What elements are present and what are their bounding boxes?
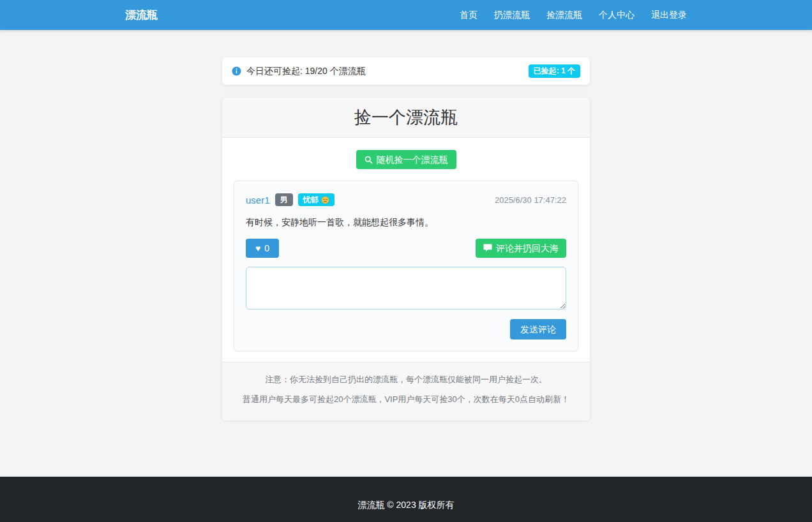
- page-title: 捡一个漂流瓶: [222, 98, 590, 138]
- quota-info: 今日还可捡起: 19/20 个漂流瓶: [232, 66, 366, 77]
- pick-bottle-card: 捡一个漂流瓶 随机捡一个漂流瓶 user1: [222, 98, 590, 421]
- comment-throw-back-label: 评论并扔回大海: [496, 244, 559, 253]
- nav-item-throw-bottle[interactable]: 扔漂流瓶: [494, 10, 530, 20]
- page-main: 今日还可捡起: 19/20 个漂流瓶 已捡起: 1 个 捡一个漂流瓶 随机捡一个…: [222, 57, 590, 421]
- rules-note-section: 注意：你无法捡到自己扔出的漂流瓶，每个漂流瓶仅能被同一用户捡起一次。 普通用户每…: [222, 362, 590, 421]
- send-comment-button[interactable]: 发送评论: [510, 319, 566, 339]
- heart-icon: ♥: [255, 244, 260, 253]
- site-footer: 漂流瓶 © 2023 版权所有: [0, 477, 812, 522]
- info-circle-icon: [232, 66, 241, 76]
- bottle-result-box: user1 男 忧郁: [234, 181, 578, 352]
- like-count: 0: [264, 244, 269, 253]
- bottle-author-link[interactable]: user1: [246, 195, 270, 205]
- rule-note-1: 注意：你无法捡到自己扔出的漂流瓶，每个漂流瓶仅能被同一用户捡起一次。: [235, 374, 577, 385]
- random-pick-button[interactable]: 随机捡一个漂流瓶: [356, 150, 456, 169]
- rule-note-2: 普通用户每天最多可捡起20个漂流瓶，VIP用户每天可捡30个，次数在每天0点自动…: [235, 394, 577, 405]
- nav-item-pick-bottle[interactable]: 捡漂流瓶: [546, 10, 582, 20]
- navbar-container: 漂流瓶 首页 扔漂流瓶 捡漂流瓶 个人中心 退出登录: [125, 0, 687, 30]
- comment-throw-back-button[interactable]: 评论并扔回大海: [476, 239, 566, 258]
- mood-badge: 忧郁: [298, 193, 335, 206]
- quota-alert-card: 今日还可捡起: 19/20 个漂流瓶 已捡起: 1 个: [222, 57, 590, 85]
- comment-input[interactable]: [246, 267, 566, 309]
- speech-bubble-icon: [483, 244, 492, 252]
- top-navbar: 漂流瓶 首页 扔漂流瓶 捡漂流瓶 个人中心 退出登录: [0, 0, 812, 30]
- gender-badge: 男: [275, 193, 293, 206]
- brand-logo[interactable]: 漂流瓶: [125, 8, 158, 22]
- quota-text: 今日还可捡起: 19/20 个漂流瓶: [246, 66, 366, 77]
- picked-count-badge: 已捡起: 1 个: [529, 64, 580, 77]
- random-pick-label: 随机捡一个漂流瓶: [377, 155, 448, 164]
- nav-item-profile[interactable]: 个人中心: [599, 10, 635, 20]
- copyright-text: 漂流瓶 © 2023 版权所有: [357, 500, 454, 511]
- mood-badge-label: 忧郁: [303, 195, 319, 204]
- pick-card-body: 随机捡一个漂流瓶 user1 男 忧郁: [222, 138, 590, 362]
- nav-item-logout[interactable]: 退出登录: [651, 10, 687, 20]
- pensive-face-icon: [321, 196, 329, 204]
- bottle-message: 有时候，安静地听一首歌，就能想起很多事情。: [246, 216, 566, 228]
- bottle-timestamp: 2025/6/30 17:47:22: [495, 195, 566, 205]
- search-icon: [365, 156, 373, 164]
- like-button[interactable]: ♥ 0: [246, 239, 279, 258]
- nav-menu: 首页 扔漂流瓶 捡漂流瓶 个人中心 退出登录: [460, 9, 687, 21]
- nav-item-home[interactable]: 首页: [460, 10, 477, 20]
